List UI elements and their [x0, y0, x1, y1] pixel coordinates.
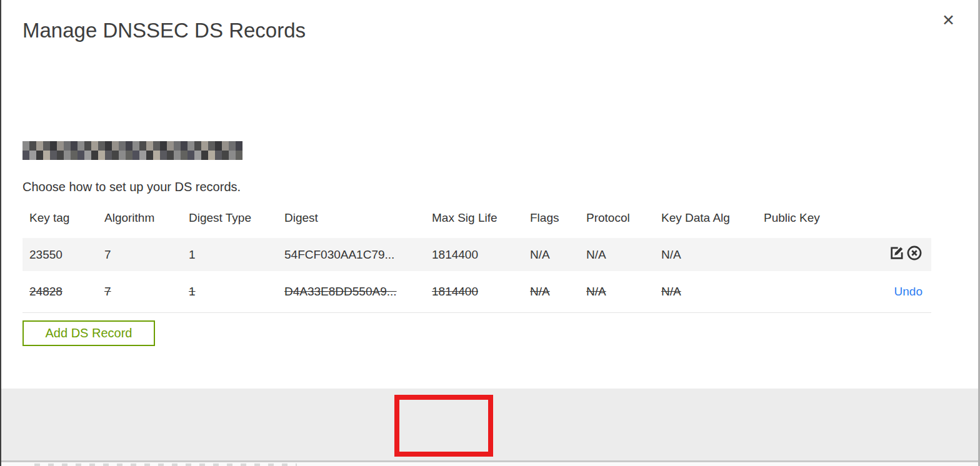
dialog-title: Manage DNSSEC DS Records — [22, 19, 306, 42]
cell-protocol: N/A — [579, 238, 654, 271]
column-header-key-tag: Key tag — [22, 203, 98, 238]
cell-protocol: N/A — [579, 271, 654, 312]
column-header-max-sig-life: Max Sig Life — [425, 203, 523, 238]
cell-max-sig-life: 1814400 — [425, 271, 523, 312]
delete-record-icon[interactable] — [906, 245, 922, 264]
cell-public-key — [757, 271, 881, 312]
column-header-digest: Digest — [278, 203, 425, 238]
page-behind-clipped-text — [34, 464, 297, 466]
cell-actions: Undo — [881, 271, 931, 312]
window-frame-left — [0, 0, 1, 466]
cell-flags: N/A — [523, 271, 579, 312]
edit-record-icon[interactable] — [889, 245, 905, 264]
redacted-domain-name — [22, 141, 242, 160]
cell-flags: N/A — [523, 238, 579, 271]
column-header-key-data-alg: Key Data Alg — [654, 203, 757, 238]
column-header-algorithm: Algorithm — [98, 203, 182, 238]
table-row-deleted: 24828 7 1 D4A33E8DD550A9... 1814400 N/A … — [22, 271, 931, 312]
cell-public-key — [757, 238, 881, 271]
ds-records-table: Key tag Algorithm Digest Type Digest Max… — [22, 203, 931, 313]
cell-digest: 54FCF030AA1C79... — [278, 238, 425, 271]
dialog-footer: Save Cancel — [0, 389, 980, 460]
column-header-digest-type: Digest Type — [182, 203, 278, 238]
cell-key-tag: 23550 — [22, 238, 98, 271]
undo-link[interactable]: Undo — [894, 285, 922, 298]
table-header-row: Key tag Algorithm Digest Type Digest Max… — [22, 203, 931, 238]
cell-digest-type: 1 — [182, 271, 278, 312]
column-header-public-key: Public Key — [757, 203, 881, 238]
cell-key-data-alg: N/A — [654, 238, 757, 271]
cell-key-data-alg: N/A — [654, 271, 757, 312]
cell-algorithm: 7 — [98, 238, 182, 271]
column-header-actions — [881, 203, 931, 238]
cell-actions — [881, 238, 931, 271]
cell-max-sig-life: 1814400 — [425, 238, 523, 271]
close-icon[interactable]: ✕ — [942, 12, 955, 28]
instruction-text: Choose how to set up your DS records. — [22, 180, 241, 194]
column-header-protocol: Protocol — [579, 203, 654, 238]
table-row: 23550 7 1 54FCF030AA1C79... 1814400 N/A … — [22, 238, 931, 271]
cell-digest-type: 1 — [182, 238, 278, 271]
add-ds-record-button[interactable]: Add DS Record — [22, 320, 155, 346]
cell-algorithm: 7 — [98, 271, 182, 312]
column-header-flags: Flags — [523, 203, 579, 238]
cell-digest: D4A33E8DD550A9... — [278, 271, 425, 312]
cell-key-tag: 24828 — [22, 271, 98, 312]
